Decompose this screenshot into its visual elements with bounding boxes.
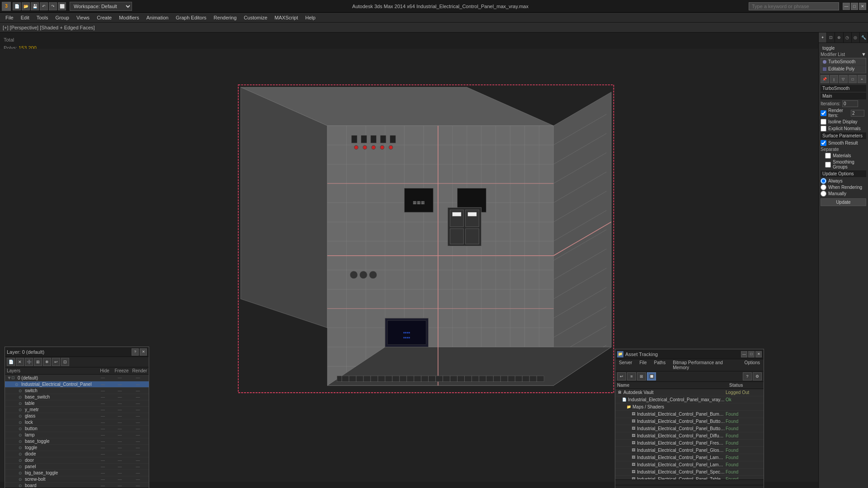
layer-item[interactable]: ⊙diode———	[5, 451, 149, 457]
asset-menu-paths[interactable]: Paths	[651, 359, 670, 371]
menu-item-tools[interactable]: Tools	[33, 14, 52, 21]
layer-tb-grid[interactable]: ⊡	[61, 358, 69, 366]
asset-item[interactable]: 🏛Autodesk VaultLogged Out	[615, 389, 764, 396]
layer-item[interactable]: ⊙lock———	[5, 419, 149, 426]
layer-item[interactable]: ⊙table———	[5, 400, 149, 407]
iterations-input[interactable]	[842, 100, 858, 107]
asset-tb-detail[interactable]: 🔲	[647, 372, 656, 380]
minimize-btn[interactable]: —	[843, 3, 850, 10]
menu-item-maxscript[interactable]: MAXScript	[271, 14, 302, 21]
mod-icon-tri[interactable]: ▽	[839, 75, 848, 83]
tab-utilities[interactable]: 🔧	[860, 33, 868, 42]
asset-menu-bar[interactable]: ServerFilePathsBitmap Performance and Me…	[615, 359, 764, 371]
materials-row[interactable]: Materials	[825, 153, 866, 159]
asset-menu-bitmap-performance-and-memory[interactable]: Bitmap Performance and Memory	[669, 359, 741, 371]
asset-item[interactable]: 🖼Industrial_Electrical_Control_Panel_Tab…	[615, 476, 764, 479]
always-row[interactable]: Always	[821, 178, 866, 184]
workspace-dropdown[interactable]: Workspace: Default	[70, 2, 132, 11]
menu-item-group[interactable]: Group	[52, 14, 73, 21]
mod-icon-sq[interactable]: □	[849, 75, 857, 83]
window-controls[interactable]: — □ ✕	[843, 3, 866, 10]
asset-toolbar[interactable]: ↩ ≡ ⊞ 🔲 ? ⚙	[615, 371, 764, 382]
menu-item-edit[interactable]: Edit	[17, 14, 33, 21]
asset-item[interactable]: 📁Maps / Shaders	[615, 404, 764, 411]
open-btn[interactable]: 📂	[22, 2, 30, 10]
modifier-editpoly[interactable]: Editable Poly	[821, 66, 866, 72]
asset-panel-close[interactable]: ✕	[755, 351, 762, 357]
asset-item[interactable]: 🖼Industrial_Electrical_Control_Panel_But…	[615, 425, 764, 432]
title-toolbar[interactable]: 📄 📂 💾 ↶ ↷ ⬜	[13, 2, 66, 10]
explicit-normals-row[interactable]: Explicit Normals	[821, 126, 866, 131]
menu-item-modifiers[interactable]: Modifiers	[115, 14, 143, 21]
asset-item[interactable]: 🖼Industrial_Electrical_Control_Panel_Glo…	[615, 447, 764, 454]
menu-item-customize[interactable]: Customize	[240, 14, 271, 21]
layer-tb-add[interactable]: ➕	[25, 358, 33, 366]
layer-item[interactable]: ⊙screw-bolt———	[5, 476, 149, 483]
tab-motion[interactable]: ◷	[844, 33, 852, 42]
layer-item[interactable]: ⊙button———	[5, 426, 149, 432]
asset-item[interactable]: 🖼Industrial_Electrical_Control_Panel_Spe…	[615, 469, 764, 476]
asset-toolbar-left[interactable]: ↩ ≡ ⊞ 🔲	[617, 372, 656, 380]
asset-tb-grid[interactable]: ⊞	[637, 372, 646, 380]
layer-item[interactable]: ⊙toggle———	[5, 445, 149, 451]
tab-hierarchy[interactable]: ⊕	[835, 33, 843, 42]
restore-btn[interactable]: □	[851, 3, 858, 10]
asset-item[interactable]: 🖼Industrial_Electrical_Control_Panel_Dif…	[615, 432, 764, 440]
layer-item[interactable]: ▼⊡0 (default)———	[5, 375, 149, 381]
menu-item-animation[interactable]: Animation	[143, 14, 172, 21]
menu-item-help[interactable]: Help	[302, 14, 319, 21]
right-panel-tabs[interactable]: + ⊡ ⊕ ◷ ◎ 🔧	[819, 33, 868, 43]
menu-item-views[interactable]: Views	[73, 14, 93, 21]
viewport[interactable]: Total Polys: 153 200 Tris: 153 200 Edges…	[0, 33, 818, 488]
menu-item-create[interactable]: Create	[93, 14, 115, 21]
render-iters-input[interactable]	[851, 110, 864, 117]
asset-menu-options[interactable]: Options	[741, 359, 764, 371]
save-btn[interactable]: 💾	[31, 2, 39, 10]
layer-item[interactable]: ⊙panel———	[5, 464, 149, 470]
layer-toolbar[interactable]: 📄 ✕ ➕ ⊞ ❄ ↩ ⊡	[5, 357, 149, 367]
smooth-result-row[interactable]: Smooth Result	[821, 140, 866, 146]
layer-item[interactable]: ⊙door———	[5, 457, 149, 464]
modifier-list-dropdown[interactable]: TurboSmooth Editable Poly	[821, 58, 866, 73]
layer-list[interactable]: ▼⊡0 (default)———⊙Industrial_Electrical_C…	[5, 375, 149, 488]
update-button[interactable]: Update	[821, 198, 866, 206]
asset-tb-settings[interactable]: ⚙	[753, 372, 762, 380]
layer-item[interactable]: ⊙base_toggle———	[5, 438, 149, 445]
layer-item[interactable]: ⊙base_switch———	[5, 394, 149, 400]
materials-check[interactable]	[825, 153, 831, 159]
asset-item[interactable]: 🖼Industrial_Electrical_Control_Panel_Bum…	[615, 411, 764, 418]
smoothing-groups-row[interactable]: Smoothing Groups	[825, 160, 866, 169]
asset-item[interactable]: 🖼Industrial_Electrical_Control_Panel_Lam…	[615, 454, 764, 461]
menu-item-graph-editors[interactable]: Graph Editors	[172, 14, 210, 21]
render-btn[interactable]: ⬜	[58, 2, 66, 10]
when-rendering-radio[interactable]	[821, 184, 826, 190]
render-iters-check[interactable]	[821, 110, 826, 116]
layer-item[interactable]: ⊙board———	[5, 483, 149, 488]
layer-panel-close[interactable]: ✕	[140, 348, 147, 356]
layer-item[interactable]: ⊙glass———	[5, 413, 149, 419]
layer-item[interactable]: ⊙y_metr———	[5, 407, 149, 413]
asset-scrollbar-h[interactable]	[615, 479, 764, 485]
new-btn[interactable]: 📄	[13, 2, 21, 10]
asset-panel-maximize[interactable]: □	[748, 351, 755, 357]
asset-item[interactable]: 🖼Industrial_Electrical_Control_Panel_Fre…	[615, 440, 764, 447]
redo-btn[interactable]: ↷	[49, 2, 57, 10]
modifier-turbosm[interactable]: TurboSmooth	[821, 58, 866, 65]
close-btn[interactable]: ✕	[859, 3, 866, 10]
tab-display[interactable]: ◎	[852, 33, 860, 42]
asset-bottom-input[interactable]	[615, 485, 764, 488]
manually-radio[interactable]	[821, 191, 826, 197]
tab-create[interactable]: +	[819, 33, 827, 42]
asset-menu-file[interactable]: File	[636, 359, 650, 371]
render-iters-row[interactable]: Render Iters:	[821, 108, 866, 118]
layer-tb-freeze[interactable]: ❄	[43, 358, 51, 366]
mod-icon-pipe[interactable]: |	[830, 75, 839, 83]
layer-panel-help[interactable]: ?	[132, 348, 139, 356]
asset-item[interactable]: 📄Industrial_Electrical_Control_Panel_max…	[615, 396, 764, 404]
asset-tb-help[interactable]: ?	[743, 372, 752, 380]
manually-row[interactable]: Manually	[821, 191, 866, 197]
layer-tb-undo[interactable]: ↩	[52, 358, 60, 366]
explicit-normals-check[interactable]	[821, 126, 826, 131]
smooth-result-check[interactable]	[821, 140, 826, 146]
menu-item-rendering[interactable]: Rendering	[210, 14, 241, 21]
